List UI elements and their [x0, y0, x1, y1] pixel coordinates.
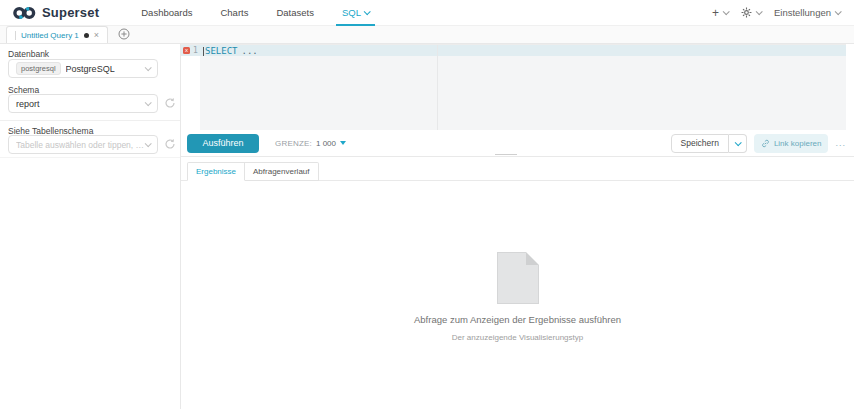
sidebar-divider: [0, 157, 180, 158]
chevron-down-icon: [145, 140, 152, 147]
nav-item-sql[interactable]: SQL: [328, 0, 383, 26]
chevron-down-icon: [145, 99, 152, 106]
limit-value: 1 000: [316, 139, 336, 148]
sql-rest: ...: [242, 46, 258, 56]
top-navbar: Superset Dashboards Charts Datasets SQL …: [0, 0, 854, 26]
caret-down-icon: [340, 141, 346, 145]
document-icon: [497, 252, 539, 304]
row-limit-dropdown[interactable]: GRENZE: 1 000: [275, 139, 346, 148]
results-empty-state: Abfrage zum Anzeigen der Ergebnisse ausf…: [181, 252, 854, 342]
refresh-schema-button[interactable]: [164, 97, 176, 109]
error-annotation-icon: x: [183, 47, 190, 54]
refresh-icon: [164, 138, 176, 150]
copy-link-label: Link kopieren: [774, 139, 822, 148]
unsaved-dot-icon: [84, 33, 89, 38]
left-sidebar: Datenbank postgresql PostgreSQL Schema r…: [0, 44, 181, 409]
refresh-tables-button[interactable]: [164, 138, 176, 150]
einstellungen-label: Einstellungen: [774, 7, 831, 18]
run-query-button[interactable]: Ausführen: [187, 134, 259, 153]
save-dropdown-button[interactable]: [729, 134, 747, 153]
brand-name: Superset: [42, 5, 99, 20]
sql-lab-app: Superset Dashboards Charts Datasets SQL …: [0, 0, 854, 409]
sql-keyword: SELECT: [205, 46, 238, 56]
chevron-down-icon: [756, 8, 763, 15]
database-select[interactable]: postgresql PostgreSQL: [8, 59, 158, 78]
query-tab-label: Untitled Query 1: [21, 31, 79, 40]
superset-logo[interactable]: Superset: [12, 5, 99, 20]
nav-item-dashboards[interactable]: Dashboards: [127, 0, 206, 26]
sidebar-divider: [0, 120, 180, 121]
schema-value: report: [16, 99, 40, 109]
query-tab-untitled-1[interactable]: Untitled Query 1 ×: [6, 26, 108, 43]
database-type-badge: postgresql: [16, 62, 61, 75]
resize-grip-icon: [495, 154, 517, 155]
code-line-1[interactable]: SELECT...: [203, 46, 258, 56]
results-tabs: Ergebnisse Abfragenverlauf: [187, 162, 319, 181]
database-label: Datenbank: [8, 49, 49, 59]
empty-state-title: Abfrage zum Anzeigen der Ergebnisse ausf…: [181, 314, 854, 325]
folded-corner: [526, 252, 539, 265]
table-select[interactable]: Tabelle auswählen oder tippen, um Tabell…: [8, 135, 158, 154]
line-number: 1: [193, 46, 198, 55]
plus-icon: +: [712, 7, 719, 19]
empty-state-subtitle: Der anzuzeigende Visualisierungstyp: [181, 333, 854, 342]
more-menu-button[interactable]: ...: [835, 138, 846, 148]
schema-select[interactable]: report: [8, 94, 158, 113]
close-tab-icon[interactable]: ×: [94, 31, 99, 40]
refresh-icon: [164, 97, 176, 109]
plus-circle-icon: [118, 28, 130, 40]
chevron-down-icon: [145, 64, 152, 71]
tab-abfragenverlauf[interactable]: Abfragenverlauf: [245, 162, 318, 181]
nav-item-charts[interactable]: Charts: [206, 0, 262, 26]
table-select-placeholder: Tabelle auswählen oder tippen, um Tabell…: [16, 140, 145, 150]
navbar-right: + Einstellungen: [712, 7, 840, 19]
editor-gutter: x 1: [181, 45, 200, 131]
infinity-logo-icon: [12, 6, 37, 20]
settings-gear-menu[interactable]: [741, 7, 761, 18]
gear-icon: [741, 7, 752, 18]
einstellungen-menu[interactable]: Einstellungen: [774, 7, 840, 18]
save-split-button: Speichern: [671, 134, 747, 153]
nav-item-datasets[interactable]: Datasets: [262, 0, 328, 26]
sql-editor[interactable]: x 1 SELECT...: [181, 44, 846, 130]
tab-ergebnisse[interactable]: Ergebnisse: [187, 162, 245, 181]
database-value: PostgreSQL: [66, 64, 115, 74]
gutter-row: x 1: [181, 45, 200, 56]
results-pane: Ergebnisse Abfragenverlauf Abfrage zum A…: [181, 157, 854, 409]
editor-toolbar: Ausführen GRENZE: 1 000 Speichern Link k…: [181, 130, 854, 157]
link-icon: [761, 139, 770, 148]
active-line-highlight: [181, 45, 846, 56]
save-button[interactable]: Speichern: [671, 134, 729, 153]
toolbar-right: Speichern Link kopieren ...: [671, 134, 846, 153]
new-item-menu[interactable]: +: [712, 7, 728, 19]
print-margin-line: [437, 45, 438, 131]
new-query-tab-button[interactable]: [118, 28, 130, 40]
chevron-down-icon: [735, 139, 742, 146]
query-tabstrip: Untitled Query 1 ×: [0, 26, 854, 44]
limit-label: GRENZE:: [275, 139, 312, 148]
text-cursor: [203, 47, 204, 56]
chevron-down-icon: [363, 8, 370, 15]
copy-link-button[interactable]: Link kopieren: [754, 134, 829, 153]
nav-menu: Dashboards Charts Datasets SQL: [127, 0, 382, 26]
tab-grip-icon: [15, 31, 16, 40]
chevron-down-icon: [723, 8, 730, 15]
chevron-down-icon: [835, 8, 842, 15]
